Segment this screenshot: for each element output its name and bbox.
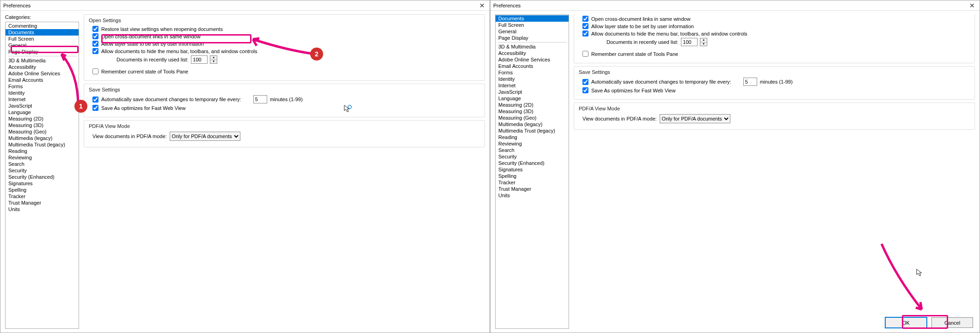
category-item[interactable]: Security (Enhanced) [496,160,569,166]
category-item[interactable]: Measuring (2D) [496,102,569,108]
cross-doc-checkbox[interactable] [92,33,98,39]
fastweb-checkbox[interactable] [582,87,588,93]
pdfa-mode-select[interactable]: Only for PDF/A documents [170,132,240,141]
category-item[interactable]: Multimedia Trust (legacy) [6,141,79,148]
category-item[interactable]: Multimedia (legacy) [6,135,79,141]
autosave-minutes-input[interactable] [743,78,757,86]
remember-pane-checkbox[interactable] [92,68,98,74]
category-item[interactable]: Reviewing [6,154,79,161]
autosave-minutes-input[interactable] [253,95,267,103]
category-item[interactable]: Signatures [496,166,569,173]
titlebar: Preferences ✕ [0,0,490,11]
recent-docs-label: Documents in recently used list: [606,39,678,45]
category-item[interactable]: Language [496,95,569,102]
recent-docs-input[interactable] [191,55,208,64]
category-item[interactable]: Multimedia (legacy) [496,121,569,127]
category-item[interactable]: Identity [6,90,79,96]
category-item[interactable]: Trust Manager [496,186,569,192]
category-item[interactable]: Trust Manager [6,200,79,206]
category-item[interactable]: Adobe Online Services [6,70,79,77]
hide-bars-checkbox[interactable] [92,48,98,54]
hide-bars-checkbox[interactable] [582,30,588,36]
category-item[interactable]: Spelling [496,173,569,179]
recent-docs-input[interactable] [681,38,698,46]
category-item[interactable]: Accessibility [6,64,79,70]
fastweb-checkbox[interactable] [92,105,98,111]
category-item[interactable]: Documents [496,15,569,22]
category-item[interactable]: Page Display [6,48,79,55]
layer-state-label: Allow layer state to be set by user info… [101,41,204,47]
category-item[interactable]: Accessibility [496,50,569,56]
close-icon[interactable]: ✕ [968,2,977,9]
category-item[interactable]: Tracker [496,179,569,186]
category-item[interactable]: Adobe Online Services [496,56,569,63]
category-item[interactable]: Forms [496,69,569,76]
category-item[interactable]: Units [6,206,79,212]
category-item[interactable]: Security [496,153,569,160]
category-item[interactable]: Search [6,161,79,167]
open-settings-group-title: Open Settings [89,18,480,23]
category-item[interactable]: Measuring (3D) [496,108,569,115]
category-item[interactable]: Reading [496,134,569,140]
restore-view-checkbox[interactable] [92,26,98,32]
autosave-label: Automatically save document changes to t… [101,97,241,102]
category-item[interactable]: Identity [496,76,569,82]
category-item[interactable]: Tracker [6,193,79,200]
category-item[interactable]: Units [496,192,569,199]
category-item[interactable]: Language [6,109,79,115]
hide-bars-label: Allow documents to hide the menu bar, to… [101,48,257,54]
pdfa-mode-label: View documents in PDF/A mode: [92,133,167,139]
category-item[interactable]: Internet [496,82,569,89]
autosave-checkbox[interactable] [582,79,588,85]
category-item[interactable]: Email Accounts [6,77,79,83]
category-item[interactable]: Page Display [496,35,569,41]
category-item[interactable]: 3D & Multimedia [496,43,569,50]
pdfa-mode-select[interactable]: Only for PDF/A documents [660,114,730,123]
hide-bars-label: Allow documents to hide the menu bar, to… [591,31,747,36]
category-item[interactable]: JavaScript [496,89,569,95]
layer-state-checkbox[interactable] [582,23,588,29]
categories-list[interactable]: CommentingDocumentsFull ScreenGeneralPag… [5,22,79,329]
close-icon[interactable]: ✕ [478,2,487,9]
recent-docs-spinner[interactable]: ▲▼ [700,38,707,46]
category-item[interactable]: Measuring (3D) [6,122,79,128]
category-item[interactable]: Full Screen [6,36,79,42]
category-item[interactable]: Email Accounts [496,63,569,69]
category-item[interactable]: Documents [6,29,79,36]
category-item[interactable]: Multimedia Trust (legacy) [496,127,569,134]
fastweb-label: Save As optimizes for Fast Web View [101,105,185,111]
autosave-unit-label: minutes (1-99) [270,97,303,102]
category-item[interactable]: General [496,28,569,35]
recent-docs-label: Documents in recently used list: [116,57,188,62]
category-item[interactable]: Search [496,147,569,153]
category-item[interactable]: Security [6,167,79,174]
pdfa-group-title: PDF/A View Mode [89,123,480,129]
cross-doc-checkbox[interactable] [582,16,588,22]
autosave-checkbox[interactable] [92,97,98,103]
category-item[interactable]: Full Screen [496,22,569,28]
pdfa-mode-label: View documents in PDF/A mode: [582,116,657,121]
category-item[interactable]: Reading [6,148,79,154]
window-title: Preferences [493,3,968,8]
category-item[interactable]: Measuring (2D) [6,115,79,122]
category-item[interactable]: Measuring (Geo) [496,115,569,121]
categories-label: Categories: [5,14,79,20]
ok-button[interactable]: OK [885,317,927,328]
recent-docs-spinner[interactable]: ▲▼ [210,55,217,64]
category-item[interactable]: Internet [6,96,79,103]
category-item[interactable]: Security (Enhanced) [6,174,79,180]
category-item[interactable]: Forms [6,83,79,90]
category-item[interactable]: 3D & Multimedia [6,57,79,64]
category-item[interactable]: Measuring (Geo) [6,128,79,135]
category-item[interactable]: Commenting [6,23,79,29]
layer-state-checkbox[interactable] [92,41,98,47]
remember-pane-checkbox[interactable] [582,51,588,57]
category-item[interactable]: General [6,42,79,48]
categories-list[interactable]: DocumentsFull ScreenGeneralPage Display3… [495,14,569,329]
cancel-button[interactable]: Cancel [931,317,973,328]
titlebar: Preferences ✕ [490,0,980,11]
category-item[interactable]: JavaScript [6,103,79,109]
category-item[interactable]: Signatures [6,180,79,187]
category-item[interactable]: Reviewing [496,140,569,147]
category-item[interactable]: Spelling [6,187,79,193]
